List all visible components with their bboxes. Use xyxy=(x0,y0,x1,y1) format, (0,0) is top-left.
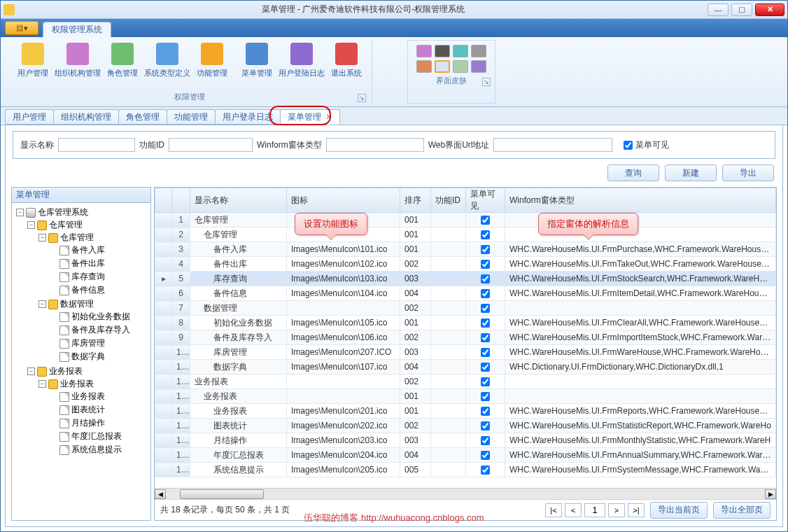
document-tab[interactable]: 菜单管理✕ xyxy=(280,109,340,125)
visible-checkbox[interactable] xyxy=(481,289,490,298)
visible-checkbox[interactable] xyxy=(481,436,490,445)
pager-prev[interactable]: < xyxy=(565,503,582,517)
table-row[interactable]: 10 库房管理Images\MenuIcon\207.ICO003WHC.War… xyxy=(155,345,776,360)
visible-checkbox[interactable] xyxy=(481,260,490,269)
table-row[interactable]: ▸5 库存查询Images\MenuIcon\103.ico003WHC.War… xyxy=(155,272,776,286)
visible-checkbox[interactable] xyxy=(481,363,490,372)
document-tab[interactable]: 用户管理 xyxy=(5,109,54,125)
table-row[interactable]: 9 备件及库存导入Images\MenuIcon\106.ico002WHC.W… xyxy=(155,330,776,345)
table-row[interactable]: 12业务报表002 xyxy=(155,374,776,389)
maximize-button[interactable]: ▢ xyxy=(731,4,752,16)
table-row[interactable]: 11 数据字典Images\MenuIcon\107.ico004WHC.Dic… xyxy=(155,360,776,374)
ribbon-item[interactable]: 用户登陆日志 xyxy=(281,40,323,90)
group-launcher-icon[interactable]: ↘ xyxy=(482,78,491,86)
table-row[interactable]: 14 业务报表Images\MenuIcon\201.ico001WHC.War… xyxy=(155,404,776,419)
tree-node[interactable]: 库房管理 xyxy=(71,337,105,349)
export-button[interactable]: 导出 xyxy=(722,164,774,181)
visible-checkbox[interactable] xyxy=(481,465,490,475)
table-row[interactable]: 15 图表统计Images\MenuIcon\202.ico002WHC.War… xyxy=(155,419,776,433)
table-row[interactable]: 13 业务报表001 xyxy=(155,389,776,404)
close-button[interactable]: ✕ xyxy=(755,4,785,16)
skin-swatch[interactable] xyxy=(471,60,486,73)
search-button[interactable]: 查询 xyxy=(607,164,659,181)
table-row[interactable]: 8 初始化业务数据Images\MenuIcon\105.ico001WHC.W… xyxy=(155,316,776,330)
col-header-visible[interactable]: 菜单可见 xyxy=(466,188,505,213)
filter-visible-checkbox[interactable] xyxy=(624,141,633,150)
tree-node[interactable]: 初始化业务数据 xyxy=(71,311,130,323)
pager-last[interactable]: >| xyxy=(628,503,645,517)
visible-checkbox[interactable] xyxy=(481,245,490,254)
tree-node[interactable]: 系统信息提示 xyxy=(71,444,122,456)
tree-node[interactable]: 备件信息 xyxy=(71,284,105,296)
table-row[interactable]: 18 系统信息提示Images\MenuIcon\205.ico005WHC.W… xyxy=(155,463,776,477)
table-row[interactable]: 7 数据管理002 xyxy=(155,301,776,316)
scroll-thumb[interactable] xyxy=(180,489,264,499)
tree-node[interactable]: 仓库管理系统 xyxy=(38,206,88,218)
group-launcher-icon[interactable]: ↘ xyxy=(358,94,366,102)
tree-node[interactable]: 年度汇总报表 xyxy=(71,430,122,442)
table-row[interactable]: 6 备件信息Images\MenuIcon\104.ico004WHC.Ware… xyxy=(155,286,776,301)
visible-checkbox[interactable] xyxy=(481,318,490,328)
tree-node[interactable]: 备件入库 xyxy=(71,244,105,256)
ribbon-item[interactable]: 角色管理 xyxy=(101,40,143,90)
table-row[interactable]: 2 仓库管理001 xyxy=(155,227,776,242)
tree-node[interactable]: 备件出库 xyxy=(71,258,105,270)
ribbon-item[interactable]: 系统类型定义 xyxy=(146,40,188,90)
tree-toggle-icon[interactable]: − xyxy=(38,234,46,241)
col-header-name[interactable]: 显示名称 xyxy=(190,188,287,213)
tree-node[interactable]: 业务报表 xyxy=(49,365,83,377)
table-row[interactable]: 4 备件出库Images\MenuIcon\102.ico002WHC.Ware… xyxy=(155,257,776,272)
col-header-order[interactable]: 排序 xyxy=(400,188,431,213)
tree-toggle-icon[interactable]: − xyxy=(38,300,46,308)
pager-first[interactable]: |< xyxy=(545,503,562,517)
pager-next[interactable]: > xyxy=(608,503,625,517)
horizontal-scrollbar[interactable]: ◀ ▶ xyxy=(155,488,776,499)
table-row[interactable]: 3 备件入库Images\MenuIcon\101.ico001WHC.Ware… xyxy=(155,242,776,257)
filter-weburl-input[interactable] xyxy=(493,138,612,152)
tree-toggle-icon[interactable]: − xyxy=(27,368,35,375)
new-button[interactable]: 新建 xyxy=(665,164,717,181)
ribbon-item[interactable]: 菜单管理 xyxy=(236,40,278,90)
ribbon-item[interactable]: 组织机构管理 xyxy=(57,40,99,90)
scroll-right-icon[interactable]: ▶ xyxy=(765,489,776,499)
filter-winform-input[interactable] xyxy=(326,138,424,152)
scroll-left-icon[interactable]: ◀ xyxy=(155,489,166,499)
visible-checkbox[interactable] xyxy=(481,304,490,313)
pager-page-input[interactable] xyxy=(584,503,605,517)
tree-node[interactable]: 仓库管理 xyxy=(49,219,83,231)
minimize-button[interactable]: — xyxy=(708,4,729,16)
document-tab[interactable]: 功能管理 xyxy=(167,109,216,125)
tab-close-icon[interactable]: ✕ xyxy=(325,112,332,122)
visible-checkbox[interactable] xyxy=(481,333,490,342)
ribbon-tab[interactable]: 权限管理系统 xyxy=(43,22,111,37)
visible-checkbox[interactable] xyxy=(481,377,490,386)
visible-checkbox[interactable] xyxy=(481,407,490,416)
skin-swatch[interactable] xyxy=(416,60,432,73)
tree-toggle-icon[interactable]: − xyxy=(38,380,46,388)
skin-swatch[interactable] xyxy=(416,45,432,57)
app-menu-button[interactable]: 目▾ xyxy=(5,21,38,35)
tree-node[interactable]: 数据字典 xyxy=(71,351,105,363)
filter-funcid-input[interactable] xyxy=(169,138,253,152)
tree-node[interactable]: 图表统计 xyxy=(71,404,105,416)
visible-checkbox[interactable] xyxy=(481,216,490,225)
tree-node[interactable]: 仓库管理 xyxy=(60,232,94,244)
ribbon-item[interactable]: 用户管理 xyxy=(12,40,54,90)
skin-swatch[interactable] xyxy=(453,45,468,57)
tree-node[interactable]: 业务报表 xyxy=(71,391,105,402)
tree-node[interactable]: 备件及库存导入 xyxy=(71,324,130,336)
tree-node[interactable]: 月结操作 xyxy=(71,417,105,429)
table-row[interactable]: 16 月结操作Images\MenuIcon\203.ico003WHC.War… xyxy=(155,433,776,448)
table-row[interactable]: 17 年度汇总报表Images\MenuIcon\204.ico004WHC.W… xyxy=(155,448,776,463)
skin-swatch-selected[interactable] xyxy=(435,60,450,73)
visible-checkbox[interactable] xyxy=(481,421,490,430)
export-current-page-button[interactable]: 导出当前页 xyxy=(650,502,708,519)
tree-node[interactable]: 业务报表 xyxy=(60,378,94,390)
document-tab[interactable]: 组织机构管理 xyxy=(53,109,119,125)
table-row[interactable]: 1仓库管理001 xyxy=(155,213,776,227)
visible-checkbox[interactable] xyxy=(481,230,490,239)
visible-checkbox[interactable] xyxy=(481,392,490,401)
export-all-pages-button[interactable]: 导出全部页 xyxy=(713,502,771,519)
tree-toggle-icon[interactable]: − xyxy=(27,221,35,229)
visible-checkbox[interactable] xyxy=(481,274,490,284)
